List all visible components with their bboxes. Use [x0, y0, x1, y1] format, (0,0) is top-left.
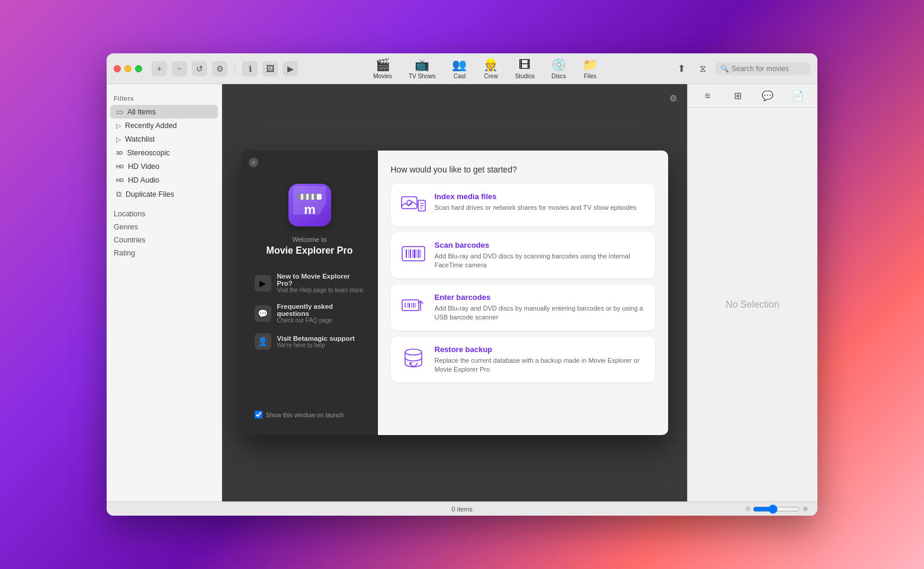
welcome-title: Movie Explorer Pro — [255, 245, 365, 256]
countries-group-label[interactable]: Countries — [107, 232, 222, 245]
main-window: ＋ － ↺ ⚙ ℹ 🖼 ▶ 🎬 Movies 📺 TV Shows 👥 Cast… — [107, 53, 817, 516]
new-to-app-icon: ▶ — [255, 275, 271, 292]
search-input[interactable] — [732, 65, 806, 73]
duplicate-files-icon: ⧉ — [116, 190, 121, 199]
tab-files[interactable]: 📁 Files — [576, 55, 605, 82]
info-button[interactable]: ℹ — [242, 61, 258, 76]
comment-button[interactable]: 💬 — [759, 88, 776, 104]
modal-link-new-to-app[interactable]: ▶ New to Movie Explorer Pro? Visit the H… — [255, 268, 365, 298]
titlebar-right: ⬆ ⧖ 🔍 — [673, 60, 810, 77]
list-view-button[interactable]: ≡ — [699, 88, 716, 104]
show-on-launch-checkbox[interactable] — [255, 411, 262, 418]
svg-rect-1 — [298, 194, 301, 200]
scan-barcodes-body: Scan barcodes Add Blu-ray and DVD discs … — [435, 241, 646, 270]
watchlist-icon: ▷ — [116, 136, 121, 143]
sidebar-item-watchlist[interactable]: ▷ Watchlist — [110, 133, 218, 146]
sidebar-item-hd-audio[interactable]: HD HD Audio — [110, 174, 218, 187]
restore-backup-body: Restore backup Replace the current datab… — [435, 345, 646, 375]
play-button[interactable]: ▶ — [283, 61, 298, 76]
items-count: 0 items — [451, 506, 472, 513]
modal-link-support[interactable]: 👤 Visit Betamagic support We're here to … — [255, 328, 365, 354]
refresh-button[interactable]: ↺ — [192, 61, 207, 76]
action-card-scan-barcodes[interactable]: Scan barcodes Add Blu-ray and DVD discs … — [391, 232, 655, 279]
minimize-button[interactable] — [124, 65, 131, 72]
sidebar-item-all-items[interactable]: ▭ All Items — [110, 105, 218, 119]
svg-point-28 — [405, 349, 422, 355]
tab-discs[interactable]: 💿 Discs — [544, 55, 573, 82]
close-button[interactable] — [114, 65, 121, 72]
hd-video-icon: HD — [116, 164, 124, 170]
app-logo-svg: m — [295, 190, 325, 220]
zoom-slider[interactable]: ⊖ ⊕ — [745, 504, 808, 514]
support-icon: 👤 — [255, 333, 271, 350]
titlebar: ＋ － ↺ ⚙ ℹ 🖼 ▶ 🎬 Movies 📺 TV Shows 👥 Cast… — [107, 53, 817, 84]
minus-button[interactable]: － — [172, 61, 187, 76]
no-selection-label: No Selection — [726, 299, 779, 310]
action-card-index-media[interactable]: Index media files Scan hard drives or ne… — [391, 184, 655, 226]
modal-right-panel: How would you like to get started? — [378, 151, 668, 435]
filters-label: Filters — [107, 90, 222, 104]
welcome-subtitle: Welcome to — [255, 236, 365, 243]
search-icon: 🔍 — [720, 65, 729, 73]
svg-rect-3 — [309, 194, 312, 200]
sidebar-item-stereoscopic[interactable]: 3D Stereoscopic — [110, 146, 218, 159]
sidebar-item-hd-video[interactable]: HD HD Video — [110, 160, 218, 173]
tab-cast[interactable]: 👥 Cast — [445, 55, 474, 82]
new-to-app-text: New to Movie Explorer Pro? Visit the Hel… — [277, 273, 365, 293]
svg-rect-0 — [298, 194, 322, 200]
tvshows-icon: 📺 — [415, 57, 429, 72]
main-content: Filters ▭ All Items ▷ Recently Added ▷ W… — [107, 84, 817, 501]
studios-icon: 🎞 — [519, 58, 531, 72]
right-panel-toolbar: ≡ ⊞ 💬 📄 — [688, 84, 817, 108]
faq-text: Frequently asked questions Check our FAQ… — [277, 303, 365, 324]
sidebar-item-recently-added[interactable]: ▷ Recently Added — [110, 119, 218, 132]
image-button[interactable]: 🖼 — [262, 61, 278, 76]
sidebar-item-label: Recently Added — [125, 122, 177, 130]
filter-button[interactable]: ⧖ — [694, 60, 711, 77]
tab-studios[interactable]: 🎞 Studios — [508, 56, 541, 82]
stereoscopic-icon: 3D — [116, 150, 123, 156]
grid-view-button[interactable]: ⊞ — [729, 88, 746, 104]
tab-movies[interactable]: 🎬 Movies — [366, 55, 399, 82]
sidebar-item-duplicate-files[interactable]: ⧉ Duplicate Files — [110, 187, 218, 202]
sidebar-item-label: HD Audio — [128, 176, 159, 184]
show-on-launch-label[interactable]: Show this window on launch — [266, 411, 344, 418]
zoom-range-input[interactable] — [753, 504, 800, 514]
document-button[interactable]: 📄 — [790, 88, 806, 104]
settings-button[interactable]: ⚙ — [212, 61, 227, 76]
modal-left-panel: ✕ m — [242, 151, 378, 435]
enter-barcodes-icon — [400, 293, 426, 319]
app-icon: m — [288, 184, 331, 226]
index-media-body: Index media files Scan hard drives or ne… — [435, 192, 646, 212]
restore-backup-icon — [400, 345, 426, 371]
center-pane: ⚙ ✕ — [222, 84, 687, 501]
index-media-icon — [400, 192, 426, 218]
recently-added-icon: ▷ — [116, 122, 121, 130]
sidebar-item-label: HD Video — [128, 162, 159, 171]
all-items-icon: ▭ — [116, 107, 123, 116]
faq-icon: 💬 — [255, 305, 271, 322]
modal-close-button[interactable]: ✕ — [249, 158, 258, 167]
tab-crew[interactable]: 👷 Crew — [476, 55, 505, 82]
svg-rect-2 — [303, 194, 306, 200]
search-box[interactable]: 🔍 — [716, 62, 810, 75]
share-button[interactable]: ⬆ — [673, 60, 689, 77]
zoom-slider-track: ⊖ — [745, 505, 750, 513]
svg-rect-4 — [314, 194, 317, 200]
add-button[interactable]: ＋ — [152, 61, 167, 76]
action-card-enter-barcodes[interactable]: Enter barcodes Add Blu-ray and DVD discs… — [391, 284, 655, 331]
movies-icon: 🎬 — [376, 57, 390, 72]
svg-rect-6 — [402, 197, 417, 209]
locations-group-label[interactable]: Locations — [107, 206, 222, 219]
rating-group-label[interactable]: Rating — [107, 245, 222, 258]
sidebar-item-label: Watchlist — [125, 135, 155, 143]
toolbar-tabs: 🎬 Movies 📺 TV Shows 👥 Cast 👷 Crew 🎞 Stud… — [303, 55, 668, 82]
fullscreen-button[interactable] — [135, 65, 142, 72]
svg-text:m: m — [304, 202, 316, 217]
tab-tvshows[interactable]: 📺 TV Shows — [402, 55, 443, 82]
support-text: Visit Betamagic support We're here to he… — [277, 335, 365, 349]
action-card-restore-backup[interactable]: Restore backup Replace the current datab… — [391, 337, 655, 383]
modal-link-faq[interactable]: 💬 Frequently asked questions Check our F… — [255, 298, 365, 328]
svg-rect-12 — [402, 247, 425, 261]
genres-group-label[interactable]: Genres — [107, 219, 222, 232]
